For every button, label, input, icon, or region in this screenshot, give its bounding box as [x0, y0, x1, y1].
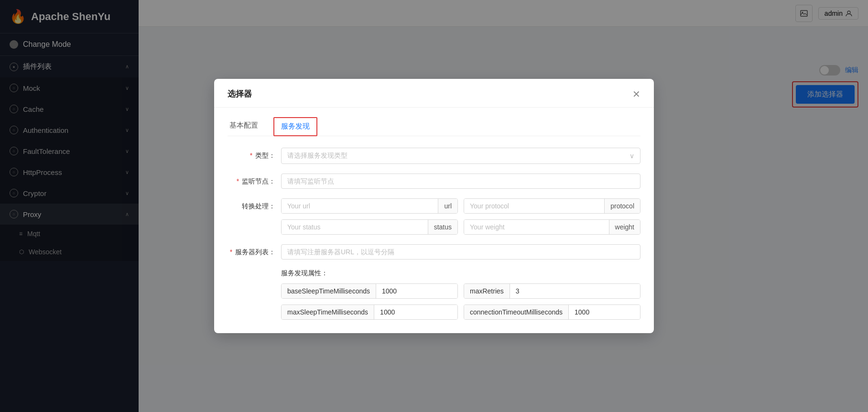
server-list-input[interactable]: [281, 244, 640, 260]
property-key-2: maxSleepTimeMilliseconds: [282, 305, 374, 319]
protocol-input-group: protocol: [464, 198, 640, 214]
server-list-label: * 服务器列表：: [228, 244, 275, 257]
weight-input[interactable]: [464, 220, 609, 234]
url-input[interactable]: [282, 199, 438, 213]
properties-grid: baseSleepTimeMilliseconds maxRetries max…: [281, 283, 640, 320]
property-val-1[interactable]: [510, 284, 640, 298]
protocol-input[interactable]: [464, 199, 604, 213]
transform-row-1: url protocol: [281, 198, 640, 214]
transform-control: url protocol status: [281, 198, 640, 235]
modal-body: 基本配置 服务发现 * 类型： 请选择服务发现类型 ∨: [214, 108, 654, 333]
status-input-group: status: [281, 219, 458, 235]
property-item-1: maxRetries: [464, 283, 640, 299]
transform-form-row: 转换处理： url protocol: [228, 198, 640, 235]
property-val-0[interactable]: [376, 284, 458, 298]
required-star-listen: *: [237, 177, 239, 185]
listen-node-label: * 监听节点：: [228, 173, 275, 186]
listen-node-form-row: * 监听节点：: [228, 173, 640, 189]
property-key-3: connectionTimeoutMilliseconds: [464, 305, 569, 319]
type-control: 请选择服务发现类型 ∨: [281, 148, 640, 164]
properties-section-label: 服务发现属性：: [281, 269, 640, 278]
listen-node-input[interactable]: [281, 173, 640, 189]
type-chevron-icon: ∨: [629, 152, 634, 160]
property-key-1: maxRetries: [464, 284, 510, 298]
property-key-0: baseSleepTimeMilliseconds: [282, 284, 376, 298]
url-input-group: url: [281, 198, 458, 214]
server-list-control: [281, 244, 640, 260]
required-star-type: *: [250, 152, 252, 159]
required-star-server: *: [230, 248, 232, 256]
server-list-form-row: * 服务器列表：: [228, 244, 640, 260]
property-item-3: connectionTimeoutMilliseconds: [464, 304, 640, 320]
weight-suffix: weight: [609, 220, 640, 234]
property-val-3[interactable]: [569, 305, 640, 319]
modal-title: 选择器: [228, 88, 252, 99]
transform-row-2: status weight: [281, 219, 640, 235]
modal-header: 选择器 ✕: [214, 79, 654, 108]
modal-overlay[interactable]: 选择器 ✕ 基本配置 服务发现 * 类型： 请选择服务发现类型 ∨: [0, 0, 868, 412]
status-suffix: status: [428, 220, 457, 234]
property-val-2[interactable]: [374, 305, 458, 319]
url-suffix: url: [438, 199, 457, 213]
protocol-suffix: protocol: [604, 199, 640, 213]
status-input[interactable]: [282, 220, 428, 234]
modal-close-button[interactable]: ✕: [632, 89, 640, 99]
listen-node-control: [281, 173, 640, 189]
type-form-row: * 类型： 请选择服务发现类型 ∨: [228, 148, 640, 164]
type-label: * 类型：: [228, 148, 275, 160]
type-select[interactable]: 请选择服务发现类型 ∨: [281, 148, 640, 164]
property-item-0: baseSleepTimeMilliseconds: [281, 283, 458, 299]
tab-service-discovery[interactable]: 服务发现: [273, 117, 317, 136]
type-placeholder: 请选择服务发现类型: [287, 152, 347, 160]
transform-label: 转换处理：: [228, 198, 275, 211]
tab-basic-config[interactable]: 基本配置: [228, 117, 260, 136]
modal-tabs: 基本配置 服务发现: [228, 117, 640, 136]
weight-input-group: weight: [464, 219, 640, 235]
modal-dialog: 选择器 ✕ 基本配置 服务发现 * 类型： 请选择服务发现类型 ∨: [214, 79, 654, 333]
property-item-2: maxSleepTimeMilliseconds: [281, 304, 458, 320]
